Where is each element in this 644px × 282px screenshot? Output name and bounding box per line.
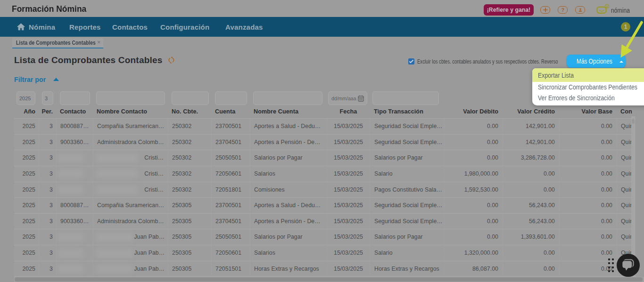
filter-contacto-input[interactable] — [60, 91, 90, 105]
table-cell: Cristi… — [93, 182, 168, 198]
table-cell: 250302 — [168, 166, 211, 182]
redacted-blur — [58, 153, 83, 163]
table-cell: 1,320,000.00 — [444, 245, 503, 261]
table-row[interactable]: 202538000887…Compañia Suramerican…250305… — [14, 198, 636, 214]
table-row[interactable]: 202538000887…Compañia Suramerican…250302… — [14, 119, 636, 135]
table-cell: 3 — [39, 166, 56, 182]
filter-cuenta-input[interactable] — [215, 91, 247, 105]
table-row[interactable]: 20253Cristi…25030272050601Salarios15/03/… — [14, 166, 636, 182]
refresh-icon[interactable] — [168, 56, 175, 66]
redacted-blur — [58, 233, 83, 242]
nav-item-nomina[interactable]: Nómina — [29, 23, 55, 31]
page-title: Lista de Comprobantes Contables — [14, 53, 162, 67]
more-options-button[interactable]: Más Opciones — [567, 55, 626, 68]
refer-and-win-button[interactable]: ¡Refiere y gana! — [484, 4, 534, 16]
table-cell: 0.00 — [559, 182, 617, 198]
table-cell: Comisiones — [250, 182, 327, 198]
help-button[interactable]: ? — [558, 6, 568, 14]
table-row[interactable]: 20253Juan Pab…25030572051501Horas Extras… — [14, 261, 636, 277]
table-cell: 25050501 — [211, 229, 250, 245]
tab-lista-comprobantes[interactable]: Lista de Comprobantes Contables × — [12, 38, 103, 48]
table-cell: 250305 — [168, 214, 211, 230]
tab-close-icon[interactable]: × — [97, 38, 100, 48]
dropdown-item-ver-errores[interactable]: Ver Errores de Sincronización — [532, 93, 644, 104]
filter-collapse-caret-icon[interactable] — [53, 78, 59, 81]
horizontal-scrollbar[interactable] — [14, 277, 644, 282]
coin-dollar-glyph: $ — [606, 5, 608, 8]
filter-ano-input[interactable] — [17, 91, 35, 105]
nav-item-avanzadas[interactable]: Avanzadas — [225, 23, 263, 31]
table-cell: 0.00 — [444, 119, 503, 135]
nav-item-configuracion[interactable]: Configuración — [160, 23, 209, 31]
quick-add-button[interactable] — [540, 6, 550, 14]
table-cell: 25050501 — [211, 150, 250, 166]
home-icon[interactable] — [17, 23, 25, 32]
table-cell: Salarios por Pagar — [370, 229, 444, 245]
filter-per-input[interactable] — [42, 91, 53, 105]
filter-toggle[interactable]: Filtrar por — [14, 75, 46, 84]
top-header-bar: Formación Nómina ¡Refiere y gana! ? $ nó… — [0, 0, 644, 17]
column-header: Valor Base — [559, 107, 617, 116]
table-cell: 142,901.00 — [503, 119, 559, 135]
exclude-checkbox-label[interactable]: Excluir los cbtes. contables anulados y … — [417, 59, 558, 64]
table-cell: 0.00 — [444, 229, 503, 245]
table-cell: Seguridad Social Emple… — [370, 198, 444, 214]
table-cell: 0.00 — [503, 261, 559, 277]
table-cell: 72050601 — [211, 245, 250, 261]
table-cell: 250302 — [168, 135, 211, 151]
vertical-scrollbar-thumb[interactable] — [632, 119, 635, 124]
redacted-blur — [58, 249, 83, 258]
table-row[interactable]: 202539003360…Administradora Colomb…25030… — [14, 135, 636, 151]
table-cell: 3 — [39, 214, 56, 230]
drag-dot — [612, 270, 614, 272]
dropdown-item-exportar-lista[interactable]: Exportar Lista — [532, 68, 644, 82]
redacted-blur — [58, 264, 83, 274]
filter-no-cbte-input[interactable] — [172, 91, 209, 105]
table-cell: Compañia Suramerican… — [93, 198, 168, 214]
table-row[interactable]: 20253Juan Pab…25030572050601Salarios15/0… — [14, 245, 636, 261]
app-frame: Formación Nómina ¡Refiere y gana! ? $ nó… — [0, 0, 644, 282]
dropdown-item-sincronizar[interactable]: Sincronizar Comprobantes Pendientes — [532, 82, 644, 93]
nav-item-contactos[interactable]: Contactos — [112, 23, 148, 31]
table-cell: 0.00 — [559, 198, 617, 214]
table-row[interactable]: 20253Juan Pab…25030525050501Salarios por… — [14, 229, 636, 245]
user-menu-button[interactable] — [575, 6, 585, 14]
table-cell: Salario — [370, 166, 444, 182]
redacted-blur — [96, 264, 133, 274]
table-cell: Horas Extras y Recargos — [370, 261, 444, 277]
filter-nombre-cuenta-input[interactable] — [253, 91, 322, 105]
filter-tipo-transaccion-input[interactable] — [372, 91, 439, 105]
calendar-icon[interactable] — [358, 95, 364, 104]
table-cell: 23700501 — [211, 119, 250, 135]
column-header: Año — [14, 107, 39, 116]
table-cell: 0.00 — [444, 135, 503, 151]
table-cell — [56, 245, 93, 261]
table-row[interactable]: 20253Cristi…25030225050501Salarios por P… — [14, 150, 636, 166]
table-cell: 0.00 — [559, 214, 617, 230]
table-row[interactable]: 20253Cristi…25030272051801Comisiones15/0… — [14, 182, 636, 198]
exclude-checkbox[interactable] — [408, 58, 414, 64]
nomina-smile-logo-icon: $ — [596, 3, 612, 15]
column-header: Valor Débito — [444, 107, 503, 116]
drag-handle-dots[interactable] — [607, 257, 615, 273]
table-cell: 2025 — [14, 198, 39, 214]
table-cell: 250302 — [168, 150, 211, 166]
horizontal-scrollbar-thumb[interactable] — [15, 277, 643, 282]
column-header: No. Cbte. — [168, 107, 211, 116]
drag-dot — [608, 270, 610, 272]
table-row[interactable]: 202539003360…Administradora Colomb…25030… — [14, 214, 636, 230]
table-cell: 0.00 — [559, 229, 617, 245]
table-cell: 1,980,000.00 — [444, 166, 503, 182]
brand-name: nómina — [611, 7, 630, 14]
drag-dot — [608, 266, 610, 268]
chat-widget-button[interactable] — [617, 254, 640, 277]
nav-item-reportes[interactable]: Reportes — [69, 23, 101, 31]
filter-fecha-input[interactable] — [329, 92, 358, 105]
table-cell: Seguridad Social Emple… — [370, 135, 444, 151]
table-cell: 2025 — [14, 261, 39, 277]
table-cell: 0.00 — [559, 150, 617, 166]
table-cell: Seguridad Social Emple… — [370, 214, 444, 230]
column-header: Nombre Contacto — [93, 107, 168, 116]
table-cell: 250302 — [168, 119, 211, 135]
filter-nombre-contacto-input[interactable] — [96, 91, 165, 105]
